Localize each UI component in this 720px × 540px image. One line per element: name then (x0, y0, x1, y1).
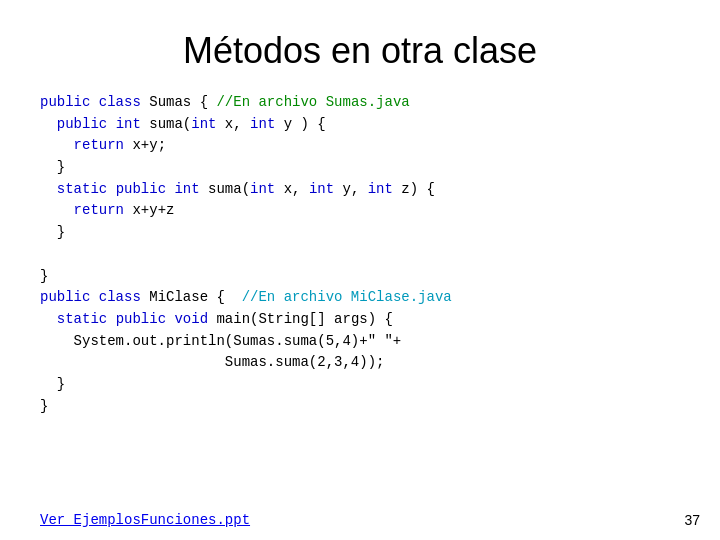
code-text: x+y+z (132, 202, 174, 218)
code-text: } (40, 398, 48, 414)
code-text: x+y; (132, 137, 166, 153)
keyword: int (250, 181, 284, 197)
code-text: Sumas.suma(2,3,4)); (225, 354, 385, 370)
code-text: MiClase { (149, 289, 241, 305)
keyword: public (116, 311, 175, 327)
slide-title: Métodos en otra clase (40, 30, 680, 72)
code-text: main(String[] args) { (216, 311, 392, 327)
code-text: } (57, 159, 65, 175)
keyword: int (191, 116, 225, 132)
code-text: suma( (208, 181, 250, 197)
comment: //En archivo Sumas.java (216, 94, 409, 110)
code-text: } (57, 376, 65, 392)
keyword: int (309, 181, 343, 197)
code-line-8 (40, 244, 680, 266)
keyword: return (74, 202, 133, 218)
keyword: return (74, 137, 133, 153)
code-line-3: return x+y; (40, 135, 680, 157)
keyword: static (57, 311, 116, 327)
code-text: y, (343, 181, 368, 197)
code-line-4: } (40, 157, 680, 179)
code-line-6: return x+y+z (40, 200, 680, 222)
keyword: int (116, 116, 150, 132)
code-text: Sumas { (149, 94, 216, 110)
code-text: y ) { (284, 116, 326, 132)
keyword: static (57, 181, 116, 197)
code-line-9: } (40, 266, 680, 288)
keyword: public (40, 94, 99, 110)
code-line-11: static public void main(String[] args) { (40, 309, 680, 331)
keyword: class (99, 289, 149, 305)
keyword: void (174, 311, 216, 327)
keyword: int (174, 181, 208, 197)
keyword: public (116, 181, 175, 197)
code-text: z) { (401, 181, 435, 197)
code-line-13: Sumas.suma(2,3,4)); (40, 352, 680, 374)
code-line-1: public class Sumas { //En archivo Sumas.… (40, 92, 680, 114)
code-line-7: } (40, 222, 680, 244)
keyword: class (99, 94, 149, 110)
code-text: x, (225, 116, 250, 132)
code-text: } (57, 224, 65, 240)
code-line-14: } (40, 374, 680, 396)
code-text: } (40, 268, 48, 284)
examples-link[interactable]: Ver EjemplosFunciones.ppt (40, 512, 250, 528)
code-line-5: static public int suma(int x, int y, int… (40, 179, 680, 201)
keyword: public (40, 289, 99, 305)
code-line-2: public int suma(int x, int y ) { (40, 114, 680, 136)
code-line-10: public class MiClase { //En archivo MiCl… (40, 287, 680, 309)
code-text: x, (284, 181, 309, 197)
slide-number: 37 (684, 512, 700, 528)
bottom-link-area: Ver EjemplosFunciones.ppt (40, 510, 250, 528)
comment: //En archivo MiClase.java (242, 289, 452, 305)
keyword: public (57, 116, 116, 132)
code-block: public class Sumas { //En archivo Sumas.… (40, 92, 680, 417)
code-text: System.out.println(Sumas.suma(5,4)+" "+ (74, 333, 402, 349)
keyword: int (368, 181, 402, 197)
keyword: int (250, 116, 284, 132)
code-line-15: } (40, 396, 680, 418)
code-text: suma( (149, 116, 191, 132)
code-line-12: System.out.println(Sumas.suma(5,4)+" "+ (40, 331, 680, 353)
slide: Métodos en otra clase public class Sumas… (0, 0, 720, 540)
